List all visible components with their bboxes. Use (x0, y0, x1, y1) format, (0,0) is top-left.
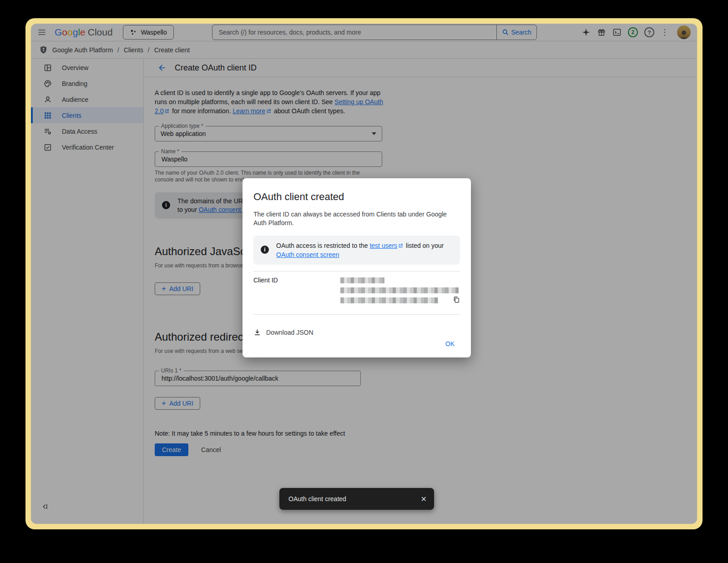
info-icon: i (261, 246, 269, 254)
oauth-client-created-dialog: OAuth client created The client ID can a… (243, 178, 471, 357)
redacted-text-line (340, 277, 384, 283)
notice-text-part: OAuth access is restricted to the (276, 242, 369, 249)
download-json-label: Download JSON (266, 329, 313, 336)
test-users-link[interactable]: test users (369, 242, 397, 249)
screenshot-frame: Google Cloud Waspello Search (25, 18, 703, 529)
dialog-title: OAuth client created (253, 191, 460, 203)
restricted-access-notice: i OAuth access is restricted to the test… (253, 236, 460, 265)
redacted-text-line (340, 297, 438, 303)
dialog-body-text: The client ID can always be accessed fro… (253, 210, 456, 227)
notice-text: OAuth access is restricted to the test u… (276, 241, 453, 259)
client-id-label: Client ID (253, 276, 340, 303)
toast-notification: OAuth client created ✕ (279, 488, 434, 510)
copy-icon[interactable] (453, 296, 460, 303)
close-icon[interactable]: ✕ (418, 492, 430, 506)
client-id-row: Client ID (253, 271, 460, 308)
client-id-redacted-value (340, 276, 460, 303)
notice-text-part: listed on your (404, 242, 444, 249)
download-icon (253, 328, 261, 336)
external-link-icon (398, 243, 403, 248)
browser-window: Google Cloud Waspello Search (31, 24, 697, 524)
ok-button[interactable]: OK (442, 338, 458, 349)
redacted-text-line (340, 287, 459, 293)
oauth-consent-screen-link[interactable]: OAuth consent screen (276, 251, 339, 258)
toast-message: OAuth client created (288, 495, 346, 503)
divider (253, 314, 460, 315)
download-json-button[interactable]: Download JSON (253, 328, 313, 336)
